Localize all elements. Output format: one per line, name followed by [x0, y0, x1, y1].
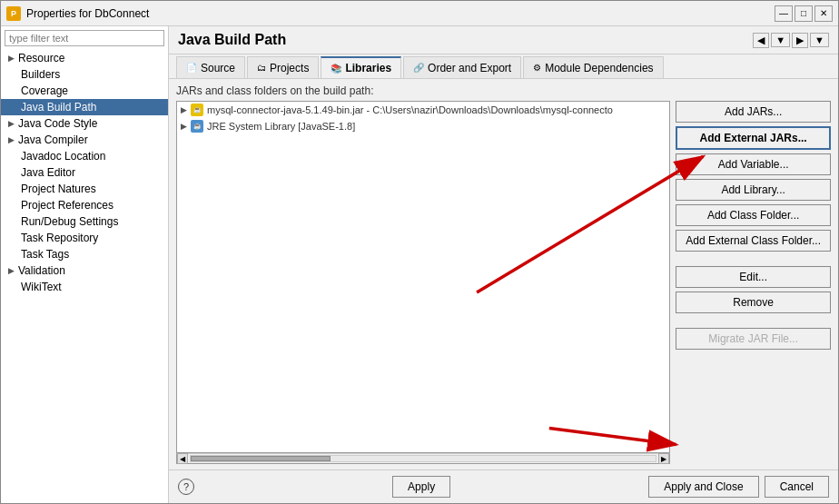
- window-title: Properties for DbConnect: [26, 7, 149, 20]
- scroll-right-btn[interactable]: ▶: [658, 453, 669, 464]
- bottom-bar: ? Apply Apply and Close Cancel: [169, 469, 838, 503]
- nav-menu2-button[interactable]: ▼: [810, 33, 829, 47]
- cancel-button[interactable]: Cancel: [765, 476, 829, 498]
- build-path-label: JARs and class folders on the build path…: [176, 84, 831, 97]
- right-panel: Java Build Path ◀ ▼ ▶ ▼ 📄 Source 🗂 Proje…: [169, 26, 838, 503]
- maximize-button[interactable]: □: [795, 5, 813, 22]
- sidebar-item-javadoc-location[interactable]: Javadoc Location: [1, 148, 168, 164]
- nav-menu-button[interactable]: ▼: [771, 33, 790, 47]
- sidebar-item-java-build-path[interactable]: Java Build Path: [1, 99, 168, 115]
- jar-list[interactable]: ▶ ☕ mysql-connector-java-5.1.49-bin.jar …: [176, 101, 670, 453]
- tab-projects[interactable]: 🗂 Projects: [247, 56, 319, 78]
- edit-button[interactable]: Edit...: [676, 266, 831, 288]
- apply-section: Apply: [392, 476, 450, 498]
- close-button[interactable]: ✕: [814, 5, 833, 22]
- sidebar-item-coverage[interactable]: Coverage: [1, 83, 168, 99]
- sidebar-item-builders[interactable]: Builders: [1, 66, 168, 83]
- arrow-icon: ▶: [8, 135, 15, 144]
- add-library-button[interactable]: Add Library...: [676, 179, 831, 201]
- title-bar-controls: — □ ✕: [775, 5, 833, 22]
- scrollbar-thumb[interactable]: [191, 456, 331, 461]
- apply-and-close-button[interactable]: Apply and Close: [648, 476, 758, 498]
- apply-button[interactable]: Apply: [392, 476, 450, 498]
- order-export-tab-icon: 🔗: [413, 63, 424, 73]
- sidebar-item-validation[interactable]: ▶ Validation: [1, 262, 168, 279]
- add-jars-button[interactable]: Add JARs...: [676, 101, 831, 123]
- sidebar-item-java-editor[interactable]: Java Editor: [1, 164, 168, 181]
- add-external-class-folder-button[interactable]: Add External Class Folder...: [676, 230, 831, 252]
- libraries-tab-icon: 📚: [331, 64, 341, 74]
- list-item[interactable]: ▶ ☕ JRE System Library [JavaSE-1.8]: [177, 118, 669, 134]
- filter-input[interactable]: [5, 30, 164, 46]
- jre-icon: ☕: [191, 120, 203, 133]
- sidebar-item-wikitext[interactable]: WikiText: [1, 279, 168, 295]
- panel-title: Java Build Path: [178, 32, 286, 48]
- sidebar: ▶ Resource Builders Coverage Java Build …: [1, 26, 169, 503]
- module-dep-tab-icon: ⚙: [533, 63, 541, 73]
- action-buttons-column: Add JARs... Add External JARs... Add Var…: [676, 101, 831, 464]
- minimize-button[interactable]: —: [775, 5, 793, 22]
- sidebar-item-run-debug-settings[interactable]: Run/Debug Settings: [1, 213, 168, 230]
- sidebar-item-project-references[interactable]: Project References: [1, 197, 168, 213]
- add-variable-button[interactable]: Add Variable...: [676, 153, 831, 175]
- nav-back-button[interactable]: ◀: [753, 33, 769, 48]
- window-icon: P: [6, 6, 21, 21]
- scrollbar-track[interactable]: [190, 455, 656, 462]
- sidebar-item-java-code-style[interactable]: ▶ Java Code Style: [1, 115, 168, 132]
- expand-arrow-icon: ▶: [181, 122, 187, 131]
- bottom-right-buttons: Apply and Close Cancel: [648, 476, 829, 498]
- title-bar: P Properties for DbConnect — □ ✕: [1, 1, 838, 26]
- tab-module-dependencies[interactable]: ⚙ Module Dependencies: [523, 56, 663, 78]
- title-bar-left: P Properties for DbConnect: [6, 6, 149, 21]
- main-window: P Properties for DbConnect — □ ✕ ▶ Resou…: [0, 0, 839, 504]
- add-external-jars-button[interactable]: Add External JARs...: [676, 126, 831, 150]
- arrow-icon: ▶: [8, 266, 15, 275]
- remove-button[interactable]: Remove: [676, 292, 831, 313]
- horizontal-scrollbar[interactable]: ◀ ▶: [176, 453, 670, 464]
- jar-item-label: mysql-connector-java-5.1.49-bin.jar - C:…: [207, 104, 613, 115]
- sidebar-item-resource[interactable]: ▶ Resource: [1, 50, 168, 66]
- jre-item-label: JRE System Library [JavaSE-1.8]: [207, 121, 355, 132]
- scroll-left-btn[interactable]: ◀: [177, 453, 188, 464]
- migrate-jar-button[interactable]: Migrate JAR File...: [676, 328, 831, 350]
- nav-forward-button[interactable]: ▶: [792, 33, 808, 48]
- nav-arrows: ◀ ▼ ▶ ▼: [753, 33, 829, 48]
- add-class-folder-button[interactable]: Add Class Folder...: [676, 204, 831, 226]
- arrow-icon: ▶: [8, 119, 15, 128]
- panel-header: Java Build Path ◀ ▼ ▶ ▼: [169, 26, 838, 54]
- main-content: ▶ Resource Builders Coverage Java Build …: [1, 26, 838, 503]
- tab-libraries[interactable]: 📚 Libraries: [321, 56, 401, 78]
- content-area: JARs and class folders on the build path…: [169, 79, 838, 469]
- build-path-main: ▶ ☕ mysql-connector-java-5.1.49-bin.jar …: [176, 101, 831, 464]
- help-button[interactable]: ?: [178, 479, 194, 495]
- sidebar-item-task-repository[interactable]: Task Repository: [1, 230, 168, 246]
- jar-list-container: ▶ ☕ mysql-connector-java-5.1.49-bin.jar …: [176, 101, 670, 464]
- sidebar-item-project-natures[interactable]: Project Natures: [1, 181, 168, 197]
- sidebar-item-java-compiler[interactable]: ▶ Java Compiler: [1, 132, 168, 148]
- expand-arrow-icon: ▶: [181, 105, 187, 114]
- source-tab-icon: 📄: [186, 63, 197, 73]
- list-item[interactable]: ▶ ☕ mysql-connector-java-5.1.49-bin.jar …: [177, 102, 669, 118]
- sidebar-item-task-tags[interactable]: Task Tags: [1, 246, 168, 262]
- tab-order-export[interactable]: 🔗 Order and Export: [403, 56, 521, 78]
- arrow-icon: ▶: [8, 54, 15, 63]
- content-wrapper: JARs and class folders on the build path…: [169, 79, 838, 469]
- tabs-bar: 📄 Source 🗂 Projects 📚 Libraries 🔗 Order …: [169, 54, 838, 79]
- tab-source[interactable]: 📄 Source: [176, 56, 245, 78]
- projects-tab-icon: 🗂: [257, 63, 266, 73]
- jar-file-icon: ☕: [191, 104, 203, 116]
